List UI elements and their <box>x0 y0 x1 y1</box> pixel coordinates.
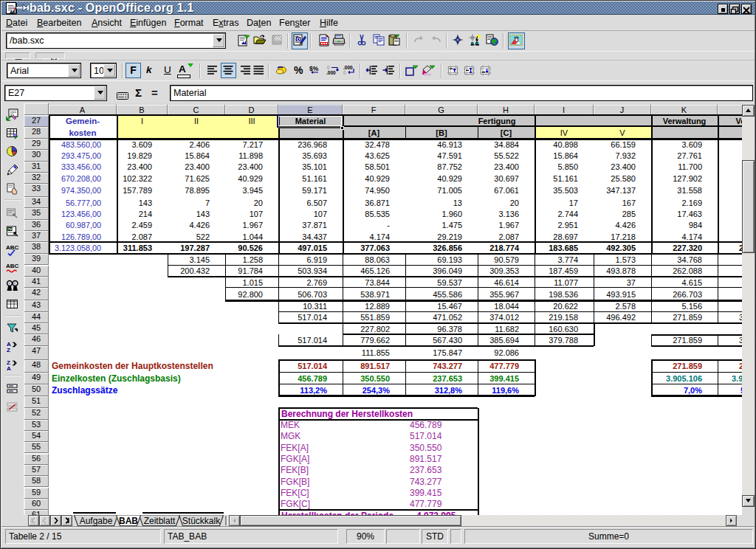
svg-text:ABC: ABC <box>6 263 19 269</box>
svg-text:.000: .000 <box>343 65 353 70</box>
svg-text:0: 0 <box>343 70 346 75</box>
svg-text:ABC: ABC <box>6 244 19 251</box>
svg-text:A: A <box>7 365 11 371</box>
svg-text:Aufgabe: Aufgabe <box>80 516 113 526</box>
svg-text:$%: $% <box>309 65 319 72</box>
svg-text:BAB: BAB <box>119 516 138 526</box>
svg-text:Z: Z <box>7 347 10 353</box>
svg-text:Stückkalk: Stückkalk <box>182 516 221 526</box>
svg-text:.000: .000 <box>326 70 336 75</box>
svg-text:0: 0 <box>327 65 330 70</box>
svg-text:%: % <box>294 65 303 75</box>
svg-text:Zeitblatt: Zeitblatt <box>144 516 176 526</box>
